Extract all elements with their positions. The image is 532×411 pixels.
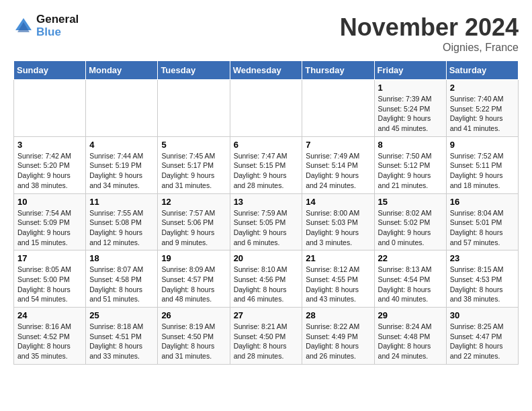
calendar-cell: 26Sunrise: 8:19 AM Sunset: 4:50 PM Dayli… <box>158 308 230 365</box>
page-header: General Blue November 2024 Oignies, Fran… <box>13 13 519 54</box>
day-info: Sunrise: 8:02 AM Sunset: 5:02 PM Dayligh… <box>378 208 443 248</box>
header-monday: Monday <box>86 61 158 80</box>
day-info: Sunrise: 8:12 AM Sunset: 4:55 PM Dayligh… <box>306 265 370 304</box>
calendar-cell: 22Sunrise: 8:13 AM Sunset: 4:54 PM Dayli… <box>374 250 446 308</box>
calendar-cell: 16Sunrise: 8:04 AM Sunset: 5:01 PM Dayli… <box>446 193 518 250</box>
day-number: 23 <box>450 253 515 263</box>
calendar-cell: 2Sunrise: 7:40 AM Sunset: 5:22 PM Daylig… <box>446 80 518 137</box>
day-info: Sunrise: 8:19 AM Sunset: 4:50 PM Dayligh… <box>161 322 226 361</box>
header-tuesday: Tuesday <box>158 61 230 80</box>
day-number: 2 <box>450 83 515 93</box>
day-number: 17 <box>17 253 82 263</box>
calendar-cell: 29Sunrise: 8:24 AM Sunset: 4:48 PM Dayli… <box>374 308 446 365</box>
day-number: 16 <box>450 197 515 207</box>
day-info: Sunrise: 8:22 AM Sunset: 4:49 PM Dayligh… <box>306 322 370 361</box>
day-number: 18 <box>89 253 154 263</box>
calendar-week-3: 17Sunrise: 8:05 AM Sunset: 5:00 PM Dayli… <box>14 250 519 308</box>
day-info: Sunrise: 7:47 AM Sunset: 5:15 PM Dayligh… <box>234 151 299 191</box>
calendar-cell: 13Sunrise: 7:59 AM Sunset: 5:05 PM Dayli… <box>230 193 302 250</box>
calendar-cell: 23Sunrise: 8:15 AM Sunset: 4:53 PM Dayli… <box>446 250 518 308</box>
month-title: November 2024 <box>340 13 519 42</box>
day-number: 1 <box>378 83 443 93</box>
day-number: 6 <box>234 140 299 150</box>
header-sunday: Sunday <box>14 61 86 80</box>
day-info: Sunrise: 7:50 AM Sunset: 5:12 PM Dayligh… <box>378 151 443 191</box>
calendar-cell: 8Sunrise: 7:50 AM Sunset: 5:12 PM Daylig… <box>374 136 446 193</box>
day-number: 25 <box>89 310 154 320</box>
day-number: 21 <box>306 253 370 263</box>
logo-icon <box>13 16 34 36</box>
day-info: Sunrise: 7:49 AM Sunset: 5:14 PM Dayligh… <box>306 151 370 191</box>
calendar-cell: 18Sunrise: 8:07 AM Sunset: 4:58 PM Dayli… <box>86 250 158 308</box>
day-number: 29 <box>378 310 443 320</box>
day-info: Sunrise: 7:44 AM Sunset: 5:19 PM Dayligh… <box>89 151 154 191</box>
calendar-cell <box>302 80 374 137</box>
calendar-cell: 28Sunrise: 8:22 AM Sunset: 4:49 PM Dayli… <box>302 308 374 365</box>
day-info: Sunrise: 8:25 AM Sunset: 4:47 PM Dayligh… <box>450 322 515 361</box>
calendar-cell: 5Sunrise: 7:45 AM Sunset: 5:17 PM Daylig… <box>158 136 230 193</box>
day-number: 15 <box>378 197 443 207</box>
calendar-header-row: SundayMondayTuesdayWednesdayThursdayFrid… <box>14 61 519 80</box>
day-number: 7 <box>306 140 370 150</box>
day-info: Sunrise: 7:57 AM Sunset: 5:06 PM Dayligh… <box>161 208 226 248</box>
day-info: Sunrise: 8:09 AM Sunset: 4:57 PM Dayligh… <box>161 265 226 304</box>
calendar-cell: 1Sunrise: 7:39 AM Sunset: 5:24 PM Daylig… <box>374 80 446 137</box>
day-info: Sunrise: 8:24 AM Sunset: 4:48 PM Dayligh… <box>378 322 443 361</box>
day-info: Sunrise: 8:21 AM Sunset: 4:50 PM Dayligh… <box>234 322 299 361</box>
header-thursday: Thursday <box>302 61 374 80</box>
day-number: 3 <box>17 140 82 150</box>
day-info: Sunrise: 7:59 AM Sunset: 5:05 PM Dayligh… <box>234 208 299 248</box>
header-wednesday: Wednesday <box>230 61 302 80</box>
day-number: 27 <box>234 310 299 320</box>
calendar-cell: 4Sunrise: 7:44 AM Sunset: 5:19 PM Daylig… <box>86 136 158 193</box>
calendar-cell: 21Sunrise: 8:12 AM Sunset: 4:55 PM Dayli… <box>302 250 374 308</box>
calendar-cell: 14Sunrise: 8:00 AM Sunset: 5:03 PM Dayli… <box>302 193 374 250</box>
day-info: Sunrise: 8:18 AM Sunset: 4:51 PM Dayligh… <box>89 322 154 361</box>
calendar-cell: 20Sunrise: 8:10 AM Sunset: 4:56 PM Dayli… <box>230 250 302 308</box>
day-info: Sunrise: 7:52 AM Sunset: 5:11 PM Dayligh… <box>450 151 515 191</box>
title-block: November 2024 Oignies, France <box>340 13 519 54</box>
day-info: Sunrise: 7:45 AM Sunset: 5:17 PM Dayligh… <box>161 151 226 191</box>
day-number: 4 <box>89 140 154 150</box>
day-number: 11 <box>89 197 154 207</box>
day-info: Sunrise: 7:55 AM Sunset: 5:08 PM Dayligh… <box>89 208 154 248</box>
day-info: Sunrise: 8:15 AM Sunset: 4:53 PM Dayligh… <box>450 265 515 304</box>
logo-text: General Blue <box>36 13 79 38</box>
day-number: 9 <box>450 140 515 150</box>
logo: General Blue <box>13 13 79 38</box>
location: Oignies, France <box>340 42 519 54</box>
calendar-cell: 9Sunrise: 7:52 AM Sunset: 5:11 PM Daylig… <box>446 136 518 193</box>
calendar-cell: 24Sunrise: 8:16 AM Sunset: 4:52 PM Dayli… <box>14 308 86 365</box>
calendar-week-1: 3Sunrise: 7:42 AM Sunset: 5:20 PM Daylig… <box>14 136 519 193</box>
calendar-cell: 15Sunrise: 8:02 AM Sunset: 5:02 PM Dayli… <box>374 193 446 250</box>
calendar-cell: 27Sunrise: 8:21 AM Sunset: 4:50 PM Dayli… <box>230 308 302 365</box>
calendar-cell: 6Sunrise: 7:47 AM Sunset: 5:15 PM Daylig… <box>230 136 302 193</box>
header-saturday: Saturday <box>446 61 518 80</box>
day-info: Sunrise: 7:42 AM Sunset: 5:20 PM Dayligh… <box>17 151 82 191</box>
day-number: 13 <box>234 197 299 207</box>
day-number: 8 <box>378 140 443 150</box>
calendar-cell: 19Sunrise: 8:09 AM Sunset: 4:57 PM Dayli… <box>158 250 230 308</box>
day-number: 10 <box>17 197 82 207</box>
day-info: Sunrise: 7:54 AM Sunset: 5:09 PM Dayligh… <box>17 208 82 248</box>
header-friday: Friday <box>374 61 446 80</box>
calendar-cell <box>230 80 302 137</box>
calendar-cell <box>86 80 158 137</box>
day-info: Sunrise: 7:40 AM Sunset: 5:22 PM Dayligh… <box>450 94 515 134</box>
day-info: Sunrise: 8:07 AM Sunset: 4:58 PM Dayligh… <box>89 265 154 304</box>
day-info: Sunrise: 8:04 AM Sunset: 5:01 PM Dayligh… <box>450 208 515 248</box>
day-number: 20 <box>234 253 299 263</box>
calendar-table: SundayMondayTuesdayWednesdayThursdayFrid… <box>13 60 519 365</box>
calendar-cell: 12Sunrise: 7:57 AM Sunset: 5:06 PM Dayli… <box>158 193 230 250</box>
day-info: Sunrise: 8:00 AM Sunset: 5:03 PM Dayligh… <box>306 208 370 248</box>
day-number: 22 <box>378 253 443 263</box>
calendar-cell: 17Sunrise: 8:05 AM Sunset: 5:00 PM Dayli… <box>14 250 86 308</box>
day-info: Sunrise: 8:05 AM Sunset: 5:00 PM Dayligh… <box>17 265 82 304</box>
calendar-week-0: 1Sunrise: 7:39 AM Sunset: 5:24 PM Daylig… <box>14 80 519 137</box>
day-number: 24 <box>17 310 82 320</box>
day-number: 28 <box>306 310 370 320</box>
calendar-cell <box>158 80 230 137</box>
calendar-cell: 30Sunrise: 8:25 AM Sunset: 4:47 PM Dayli… <box>446 308 518 365</box>
day-number: 19 <box>161 253 226 263</box>
calendar-cell: 3Sunrise: 7:42 AM Sunset: 5:20 PM Daylig… <box>14 136 86 193</box>
